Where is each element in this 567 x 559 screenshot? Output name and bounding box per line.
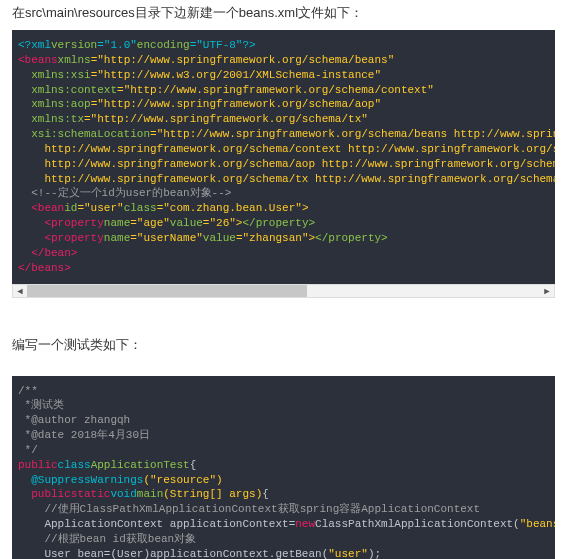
scroll-right-arrow[interactable]: ► (540, 285, 554, 297)
code-content-2: /** *测试类 *@author zhangqh *@date 2018年4月… (18, 384, 549, 560)
code-content-1: <?xmlversion="1.0"encoding="UTF-8"?> <be… (18, 38, 549, 276)
scroll-thumb[interactable] (27, 285, 307, 297)
code-block-1: <?xmlversion="1.0"encoding="UTF-8"?> <be… (12, 30, 555, 284)
code-block-2: /** *测试类 *@author zhangqh *@date 2018年4月… (12, 376, 555, 560)
description-1: 在src\main\resources目录下边新建一个beans.xml文件如下… (0, 0, 567, 30)
scroll-track[interactable] (27, 285, 540, 297)
description-2: 编写一个测试类如下： (0, 332, 567, 362)
scroll-left-arrow[interactable]: ◄ (13, 285, 27, 297)
horizontal-scrollbar[interactable]: ◄ ► (12, 284, 555, 298)
